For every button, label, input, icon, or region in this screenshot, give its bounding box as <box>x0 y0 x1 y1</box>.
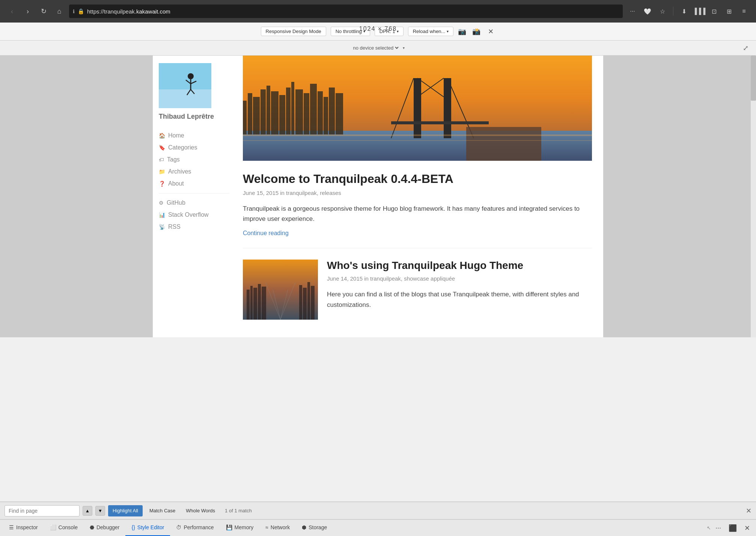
svg-rect-14 <box>267 86 270 134</box>
forward-button[interactable]: › <box>22 5 34 17</box>
devtools-more-button[interactable]: ··· <box>712 522 724 533</box>
sidebar-link-tags[interactable]: 🏷 Tags <box>159 156 229 163</box>
post-2-container: Who's using Tranquilpeak Hugo Theme June… <box>243 260 592 320</box>
svg-rect-35 <box>243 140 592 141</box>
responsive-mode-button[interactable]: Responsive Design Mode <box>261 27 326 36</box>
tab-style-editor[interactable]: {} Style Editor <box>125 520 170 536</box>
history-button[interactable]: ▐▐▐ <box>693 5 705 17</box>
lock-icon: 🔒 <box>78 8 84 14</box>
device-selector[interactable]: no device selected <box>352 45 400 51</box>
svg-rect-15 <box>271 91 279 134</box>
rotate-device-button[interactable]: ⤢ <box>743 44 748 52</box>
find-down-button[interactable]: ▼ <box>95 506 105 516</box>
sidebar-item-rss[interactable]: 📡 RSS <box>159 223 229 230</box>
tab-memory[interactable]: 💾 Memory <box>220 520 260 536</box>
more-button[interactable]: ··· <box>626 5 639 17</box>
svg-rect-46 <box>299 285 302 320</box>
memory-icon: 💾 <box>226 524 232 530</box>
svg-rect-33 <box>466 127 541 161</box>
devtools-close-button[interactable]: ✕ <box>741 522 753 534</box>
find-up-button[interactable]: ▲ <box>83 506 92 516</box>
match-count: 1 of 1 match <box>225 508 252 513</box>
sidebar-link-stackoverflow[interactable]: 📊 Stack Overflow <box>159 211 229 218</box>
find-input[interactable] <box>5 505 80 516</box>
devtools-actions: ↖ ··· ⬛ ✕ <box>707 522 753 534</box>
github-icon: ⚙ <box>159 200 164 206</box>
tab-debugger[interactable]: ⬣ Debugger <box>84 520 126 536</box>
post-2-excerpt: Here you can find a list of the blogs th… <box>327 289 592 310</box>
svg-rect-22 <box>318 91 323 134</box>
svg-rect-19 <box>295 89 303 134</box>
svg-rect-23 <box>324 97 328 134</box>
pocket-button[interactable]: 🤍 <box>642 5 654 17</box>
extensions-button[interactable]: ⊞ <box>723 5 735 17</box>
download-button[interactable]: ⬇ <box>678 5 690 17</box>
reload-button[interactable]: ↻ <box>38 5 50 17</box>
find-close-button[interactable]: ✕ <box>746 507 751 515</box>
take-screenshot-button[interactable]: 📷 <box>458 27 466 36</box>
svg-rect-34 <box>243 134 592 136</box>
svg-rect-45 <box>262 287 266 320</box>
sidebar-divider <box>159 193 229 193</box>
svg-rect-47 <box>303 288 307 320</box>
sidebar-link-about[interactable]: ❓ About <box>159 180 229 187</box>
info-icon: ℹ <box>73 9 75 14</box>
scrollbar-thumb[interactable] <box>751 56 756 101</box>
post-hero-image <box>243 56 592 161</box>
svg-rect-24 <box>329 88 335 134</box>
svg-rect-17 <box>286 88 291 134</box>
split-button[interactable]: ⊡ <box>708 5 720 17</box>
camera-button[interactable]: 📸 <box>471 26 482 37</box>
home-button[interactable]: ⌂ <box>53 5 65 17</box>
reload-chevron: ▾ <box>447 29 449 33</box>
sidebar-item-categories[interactable]: 🔖 Categories <box>159 144 229 151</box>
tab-storage[interactable]: ⬢ Storage <box>296 520 333 536</box>
back-button[interactable]: ‹ <box>6 5 18 17</box>
sidebar-link-rss[interactable]: 📡 RSS <box>159 223 229 230</box>
sidebar-link-home[interactable]: 🏠 Home <box>159 132 229 139</box>
svg-rect-32 <box>391 121 489 124</box>
svg-rect-20 <box>304 93 309 134</box>
address-bar[interactable]: ℹ 🔒 https://tranquilpeak.kakawait.com <box>69 5 623 18</box>
separator <box>673 7 673 16</box>
tab-console[interactable]: ⬜ Console <box>44 520 84 536</box>
post-2-category-link[interactable]: tranquilpeak, showcase appliquée <box>370 275 455 282</box>
page-scrollbar[interactable] <box>751 56 756 337</box>
author-avatar <box>159 63 211 108</box>
storage-icon: ⬢ <box>302 524 306 530</box>
svg-rect-1 <box>159 89 211 108</box>
rss-icon: 📡 <box>159 224 165 230</box>
post-1-category-link[interactable]: tranquilpeak, releases <box>286 190 341 196</box>
sidebar-item-tags[interactable]: 🏷 Tags <box>159 156 229 163</box>
tab-inspector[interactable]: ☰ Inspector <box>3 520 44 536</box>
sidebar-item-github[interactable]: ⚙ GitHub <box>159 199 229 206</box>
close-responsive-button[interactable]: ✕ <box>486 26 495 37</box>
about-icon: ❓ <box>159 181 165 187</box>
post-2-content: Who's using Tranquilpeak Hugo Theme June… <box>327 260 592 320</box>
post-1-continue-reading[interactable]: Continue reading <box>243 230 289 236</box>
sidebar-author-name: Thibaud Leprêtre <box>159 113 229 121</box>
match-case-button[interactable]: Match Case <box>146 505 179 516</box>
sidebar-item-home[interactable]: 🏠 Home <box>159 132 229 139</box>
post-2-title: Who's using Tranquilpeak Hugo Theme <box>327 260 592 272</box>
menu-button[interactable]: ≡ <box>738 5 750 17</box>
sidebar-item-archives[interactable]: 📁 Archives <box>159 168 229 175</box>
sidebar-item-stackoverflow[interactable]: 📊 Stack Overflow <box>159 211 229 218</box>
sidebar-item-about[interactable]: ❓ About <box>159 180 229 187</box>
bookmark-button[interactable]: ☆ <box>657 5 669 17</box>
sidebar-link-archives[interactable]: 📁 Archives <box>159 168 229 175</box>
reload-when-button[interactable]: Reload when... ▾ <box>408 27 454 36</box>
svg-rect-26 <box>414 78 421 138</box>
tab-performance[interactable]: ⏱ Performance <box>170 520 220 536</box>
sidebar-link-github[interactable]: ⚙ GitHub <box>159 199 229 206</box>
svg-rect-11 <box>248 93 252 134</box>
devtools-panel: ▲ ▼ Highlight All Match Case Whole Words… <box>0 501 756 536</box>
debugger-icon: ⬣ <box>90 524 94 530</box>
highlight-all-button[interactable]: Highlight All <box>108 505 143 516</box>
stackoverflow-icon: 📊 <box>159 212 165 218</box>
whole-words-button[interactable]: Whole Words <box>182 505 219 516</box>
post-1-title: Welcome to Tranquilpeak 0.4.4-BETA <box>243 172 592 186</box>
devtools-dock-button[interactable]: ⬛ <box>726 522 740 534</box>
tab-network[interactable]: ≈ Network <box>259 520 296 536</box>
sidebar-link-categories[interactable]: 🔖 Categories <box>159 144 229 151</box>
